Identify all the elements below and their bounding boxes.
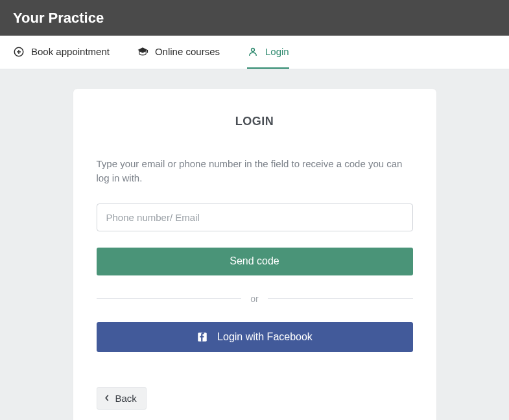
facebook-login-label: Login with Facebook [217,331,313,343]
graduation-cap-icon [137,46,148,58]
header-bar: Your Practice [0,0,509,36]
facebook-icon [196,331,208,343]
send-code-button[interactable]: Send code [97,248,413,275]
back-label: Back [115,393,137,404]
send-code-label: Send code [230,255,279,267]
facebook-login-button[interactable]: Login with Facebook [97,322,413,352]
divider: or [97,294,413,304]
tab-login[interactable]: Login [247,36,289,69]
nav-tabs: Book appointment Online courses Login [0,36,509,69]
tab-label: Login [265,46,289,57]
header-title: Your Practice [13,10,104,27]
divider-text: or [241,294,267,304]
login-card: LOGIN Type your email or phone number in… [73,89,436,420]
login-instruction: Type your email or phone number in the f… [97,157,413,185]
phone-email-input[interactable] [97,204,413,231]
tab-online-courses[interactable]: Online courses [137,36,220,69]
login-title: LOGIN [97,115,413,128]
tab-book-appointment[interactable]: Book appointment [13,36,110,69]
back-button[interactable]: Back [97,387,147,410]
tab-label: Book appointment [31,46,110,57]
svg-point-4 [252,48,255,51]
tab-label: Online courses [155,46,220,57]
plus-circle-icon [13,46,25,58]
user-icon [247,46,259,58]
chevron-left-icon [104,393,110,404]
